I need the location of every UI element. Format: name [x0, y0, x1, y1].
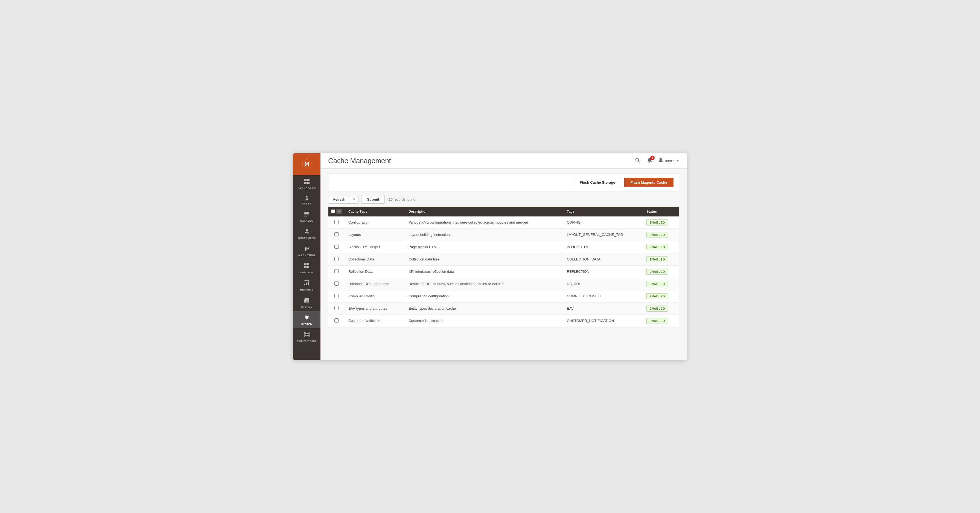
svg-rect-8 — [304, 214, 309, 215]
sidebar-item-sales[interactable]: $ SALES — [293, 192, 320, 208]
sidebar-item-system[interactable]: SYSTEM — [293, 311, 320, 328]
svg-rect-9 — [304, 216, 307, 216]
records-count: 16 records found — [388, 197, 415, 202]
row-5-checkbox[interactable] — [334, 281, 339, 286]
row-3-checkbox[interactable] — [334, 257, 339, 261]
sidebar-item-customers[interactable]: CUSTOMERS — [293, 225, 320, 242]
row-checkbox-cell — [328, 265, 345, 278]
page-title: Cache Management — [328, 157, 391, 165]
sidebar-item-customers-label: CUSTOMERS — [298, 237, 315, 240]
tags-column-header: Tags — [563, 206, 643, 216]
flush-magento-cache-button[interactable]: Flush Magento Cache — [624, 178, 673, 187]
description-cell: Page blocks HTML — [405, 241, 563, 253]
search-button[interactable] — [634, 156, 641, 165]
status-cell: ENABLED — [643, 314, 679, 327]
sidebar-item-sales-label: SALES — [302, 202, 312, 205]
svg-rect-27 — [307, 335, 309, 336]
topbar-right: 1 admin ▼ — [634, 156, 679, 165]
select-dropdown-button[interactable]: ▼ — [336, 209, 342, 214]
status-badge: ENABLED — [646, 232, 668, 238]
select-all-column: ▼ — [328, 206, 345, 216]
status-cell: ENABLED — [643, 216, 679, 229]
row-4-checkbox[interactable] — [334, 269, 339, 273]
status-badge: ENABLED — [646, 306, 668, 311]
topbar: Cache Management 1 — [320, 153, 687, 168]
sidebar-item-catalog[interactable]: CATALOG — [293, 208, 320, 225]
cache-type-cell: Compiled Config — [345, 290, 405, 302]
refresh-button-group: Refresh ▼ — [328, 195, 358, 203]
tags-cell: LAYOUT_GENERAL_CACHE_TAG — [563, 229, 643, 241]
table-row: Compiled ConfigCompilation configuration… — [328, 290, 679, 302]
svg-rect-16 — [304, 284, 305, 285]
row-7-checkbox[interactable] — [334, 306, 339, 310]
notifications-button[interactable]: 1 — [646, 156, 654, 165]
catalog-icon — [304, 211, 310, 218]
status-cell: ENABLED — [643, 229, 679, 241]
svg-point-10 — [306, 229, 308, 231]
select-all-checkbox[interactable] — [331, 210, 335, 213]
row-8-checkbox[interactable] — [334, 318, 339, 322]
svg-point-28 — [636, 158, 639, 161]
cache-type-cell: Reflection Data — [345, 265, 405, 278]
refresh-dropdown-button[interactable]: ▼ — [350, 195, 358, 203]
svg-rect-7 — [304, 213, 309, 214]
status-column-header: Status — [643, 206, 679, 216]
row-1-checkbox[interactable] — [334, 232, 339, 237]
svg-rect-13 — [307, 263, 309, 265]
svg-rect-17 — [306, 283, 307, 285]
status-cell: ENABLED — [643, 302, 679, 314]
cache-type-cell: Database DDL operations — [345, 278, 405, 290]
row-checkbox-cell — [328, 302, 345, 314]
svg-line-29 — [638, 161, 640, 162]
sidebar-item-reports[interactable]: REPORTS — [293, 276, 320, 294]
sidebar-logo[interactable] — [293, 153, 320, 175]
dashboard-icon — [304, 178, 310, 185]
tags-cell: BLOCK_HTML — [563, 241, 643, 253]
svg-rect-26 — [305, 335, 306, 336]
status-badge: ENABLED — [646, 318, 668, 324]
row-checkbox-cell — [328, 314, 345, 327]
action-bar: Flush Cache Storage Flush Magento Cache — [328, 173, 679, 191]
status-cell: ENABLED — [643, 278, 679, 290]
user-chevron-icon: ▼ — [676, 159, 679, 162]
row-2-checkbox[interactable] — [334, 245, 339, 249]
sidebar-item-stores-label: STORES — [301, 305, 313, 308]
svg-rect-12 — [304, 263, 307, 265]
system-icon — [304, 314, 310, 321]
page-content: Flush Cache Storage Flush Magento Cache … — [320, 168, 687, 360]
content-icon — [304, 263, 310, 270]
table-row: EAV types and attributesEntity types dec… — [328, 302, 679, 314]
description-cell: Results of DDL queries, such as describi… — [405, 278, 563, 290]
cache-type-cell: Layouts — [345, 229, 405, 241]
description-cell: API interfaces reflection data — [405, 265, 563, 278]
submit-button[interactable]: Submit — [361, 195, 385, 203]
description-cell: Layout building instructions — [405, 229, 563, 241]
cache-type-cell: Configuration — [345, 216, 405, 229]
table-row: LayoutsLayout building instructionsLAYOU… — [328, 229, 679, 241]
sidebar-item-findpartners[interactable]: FIND PARTNERS — [293, 328, 320, 345]
sales-icon: $ — [305, 196, 309, 201]
cache-type-cell: Customer Notification — [345, 314, 405, 327]
row-checkbox-cell — [328, 278, 345, 290]
user-menu-button[interactable]: admin ▼ — [658, 157, 679, 164]
description-column-header: Description — [405, 206, 563, 216]
notification-badge: 1 — [650, 156, 655, 160]
row-6-checkbox[interactable] — [334, 294, 339, 298]
status-badge: ENABLED — [646, 293, 668, 299]
svg-rect-2 — [304, 179, 307, 181]
sidebar-item-marketing[interactable]: MARKETING — [293, 242, 320, 259]
chevron-down-icon: ▼ — [353, 198, 356, 201]
cache-type-cell: Collections Data — [345, 253, 405, 265]
row-checkbox-cell — [328, 290, 345, 302]
description-cell: Collection data files — [405, 253, 563, 265]
toolbar: Refresh ▼ Submit 16 records found — [328, 195, 679, 203]
table-row: ConfigurationVarious XML configurations … — [328, 216, 679, 229]
sidebar-item-stores[interactable]: STORES — [293, 294, 320, 311]
row-0-checkbox[interactable] — [334, 220, 339, 224]
sidebar-item-content[interactable]: CONTENT — [293, 259, 320, 276]
user-name-label: admin — [665, 159, 675, 163]
sidebar-item-dashboard[interactable]: DASHBOARD — [293, 175, 320, 192]
flush-cache-storage-button[interactable]: Flush Cache Storage — [574, 178, 621, 187]
refresh-button[interactable]: Refresh — [328, 195, 350, 203]
description-cell: Customer Notification — [405, 314, 563, 327]
